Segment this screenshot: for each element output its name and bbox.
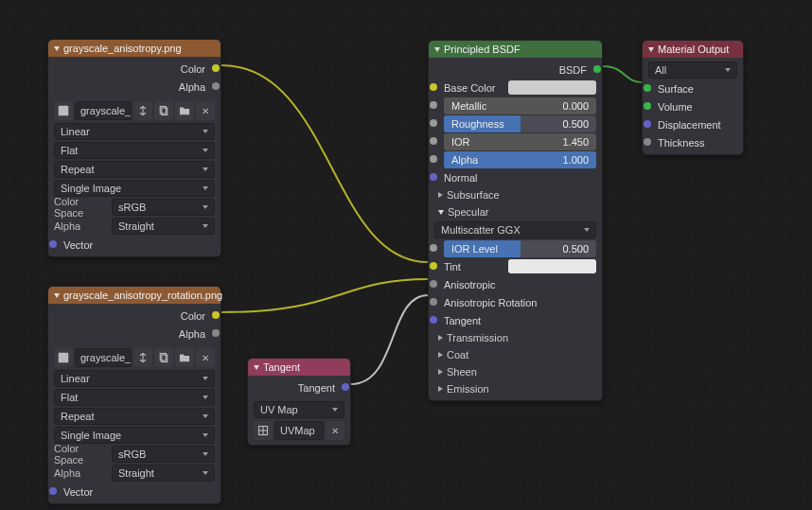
node-header[interactable]: Principled BSDF bbox=[429, 41, 602, 58]
extension-select[interactable]: Repeat bbox=[54, 161, 215, 178]
socket-vector[interactable] bbox=[49, 487, 57, 495]
colorspace-select[interactable]: sRGB bbox=[112, 199, 215, 216]
input-surface: Surface bbox=[658, 83, 694, 95]
node-image-texture-1[interactable]: grayscale_anisotropy.png Color Alpha gra… bbox=[47, 39, 221, 257]
alpha-label: Alpha bbox=[451, 154, 478, 166]
socket-metallic[interactable] bbox=[430, 101, 437, 109]
socket-displacement[interactable] bbox=[644, 120, 651, 128]
input-tint: Tint bbox=[444, 261, 503, 273]
node-header[interactable]: Tangent bbox=[248, 359, 350, 376]
extension-select[interactable]: Repeat bbox=[54, 408, 215, 425]
image-datablock[interactable]: grayscale_anisot... bbox=[75, 101, 132, 120]
colorspace-label: Color Space bbox=[54, 196, 106, 219]
node-header[interactable]: Material Output bbox=[643, 41, 743, 58]
chevron-right-icon[interactable] bbox=[438, 369, 443, 375]
uvmap-field[interactable]: UVMap bbox=[274, 421, 324, 440]
interpolation-select[interactable]: Linear bbox=[54, 123, 215, 140]
node-tangent[interactable]: Tangent Tangent UV Map UVMap ✕ bbox=[247, 358, 351, 446]
node-header[interactable]: grayscale_anisotropy_rotation.png bbox=[48, 287, 221, 304]
tint-swatch[interactable] bbox=[508, 259, 596, 273]
metallic-value[interactable]: 0.000 bbox=[562, 100, 589, 112]
fake-user-button[interactable] bbox=[133, 101, 152, 120]
chevron-down-icon bbox=[254, 365, 259, 370]
socket-vector[interactable] bbox=[49, 240, 57, 248]
base-color-swatch[interactable] bbox=[508, 80, 596, 95]
direction-select[interactable]: UV Map bbox=[254, 401, 344, 418]
socket-surface[interactable] bbox=[644, 84, 651, 92]
socket-normal[interactable] bbox=[430, 173, 437, 181]
chevron-down-icon[interactable] bbox=[438, 210, 444, 215]
socket-tangent[interactable] bbox=[342, 383, 349, 391]
group-sheen[interactable]: Sheen bbox=[447, 366, 477, 378]
socket-anisotropic[interactable] bbox=[430, 280, 437, 288]
socket-aniso-rotation[interactable] bbox=[430, 298, 437, 306]
socket-color[interactable] bbox=[212, 311, 220, 319]
socket-volume[interactable] bbox=[644, 102, 651, 110]
metallic-label: Metallic bbox=[451, 100, 486, 112]
node-principled-bsdf[interactable]: Principled BSDF BSDF Base Color Metallic… bbox=[428, 40, 603, 401]
ior-level-value[interactable]: 0.500 bbox=[562, 243, 589, 255]
source-select[interactable]: Single Image bbox=[54, 180, 215, 197]
socket-bsdf[interactable] bbox=[593, 65, 601, 73]
output-color: Color bbox=[181, 63, 205, 75]
fake-user-button[interactable] bbox=[133, 348, 152, 367]
group-subsurface[interactable]: Subsurface bbox=[447, 189, 500, 201]
output-tangent: Tangent bbox=[298, 382, 335, 394]
ior-level-label: IOR Level bbox=[451, 243, 498, 255]
socket-thickness[interactable] bbox=[644, 138, 651, 146]
socket-alpha[interactable] bbox=[212, 82, 220, 90]
unlink-button[interactable]: ✕ bbox=[196, 348, 215, 367]
socket-roughness[interactable] bbox=[430, 119, 437, 127]
new-button[interactable] bbox=[154, 348, 173, 367]
node-title: Tangent bbox=[263, 361, 300, 373]
ior-value[interactable]: 1.450 bbox=[562, 136, 589, 148]
socket-tangent[interactable] bbox=[430, 316, 437, 324]
socket-ior-level[interactable] bbox=[430, 244, 437, 252]
output-color: Color bbox=[181, 310, 205, 322]
projection-select[interactable]: Flat bbox=[54, 142, 215, 159]
interpolation-select[interactable]: Linear bbox=[54, 370, 215, 387]
clear-button[interactable]: ✕ bbox=[326, 421, 344, 440]
group-emission[interactable]: Emission bbox=[447, 383, 489, 395]
socket-ior[interactable] bbox=[430, 137, 437, 145]
new-button[interactable] bbox=[154, 101, 173, 120]
input-displacement: Displacement bbox=[658, 119, 721, 131]
roughness-value[interactable]: 0.500 bbox=[562, 118, 589, 130]
input-base-color: Base Color bbox=[444, 82, 503, 94]
socket-alpha[interactable] bbox=[212, 329, 220, 337]
colorspace-select[interactable]: sRGB bbox=[112, 446, 215, 463]
open-button[interactable] bbox=[175, 101, 194, 120]
ior-label: IOR bbox=[451, 136, 470, 148]
distribution-select[interactable]: Multiscatter GGX bbox=[434, 221, 596, 238]
group-specular[interactable]: Specular bbox=[448, 206, 488, 218]
node-header[interactable]: grayscale_anisotropy.png bbox=[48, 40, 221, 57]
alpha-select[interactable]: Straight bbox=[112, 218, 215, 235]
chevron-right-icon[interactable] bbox=[438, 352, 443, 358]
alpha-value[interactable]: 1.000 bbox=[562, 154, 589, 166]
socket-base-color[interactable] bbox=[430, 83, 437, 91]
alpha-label: Alpha bbox=[54, 220, 106, 232]
chevron-right-icon[interactable] bbox=[438, 192, 443, 198]
node-material-output[interactable]: Material Output All Surface Volume Displ… bbox=[642, 40, 744, 155]
chevron-right-icon[interactable] bbox=[438, 335, 443, 341]
roughness-label: Roughness bbox=[451, 118, 504, 130]
group-coat[interactable]: Coat bbox=[447, 349, 468, 361]
node-title: grayscale_anisotropy.png bbox=[63, 43, 182, 54]
socket-tint[interactable] bbox=[430, 262, 437, 270]
input-normal: Normal bbox=[444, 172, 477, 184]
source-select[interactable]: Single Image bbox=[54, 427, 215, 444]
socket-color[interactable] bbox=[212, 64, 220, 72]
node-image-texture-2[interactable]: grayscale_anisotropy_rotation.png Color … bbox=[47, 286, 221, 504]
socket-alpha[interactable] bbox=[430, 155, 437, 163]
open-button[interactable] bbox=[175, 348, 194, 367]
projection-select[interactable]: Flat bbox=[54, 389, 215, 406]
alpha-select[interactable]: Straight bbox=[112, 465, 215, 482]
input-vector: Vector bbox=[63, 486, 93, 498]
chevron-right-icon[interactable] bbox=[438, 386, 443, 392]
image-icon[interactable] bbox=[54, 348, 73, 367]
image-datablock[interactable]: grayscale_anisot... bbox=[75, 348, 132, 367]
target-select[interactable]: All bbox=[648, 62, 737, 79]
unlink-button[interactable]: ✕ bbox=[196, 101, 215, 120]
image-icon[interactable] bbox=[54, 101, 73, 120]
group-transmission[interactable]: Transmission bbox=[447, 332, 508, 343]
